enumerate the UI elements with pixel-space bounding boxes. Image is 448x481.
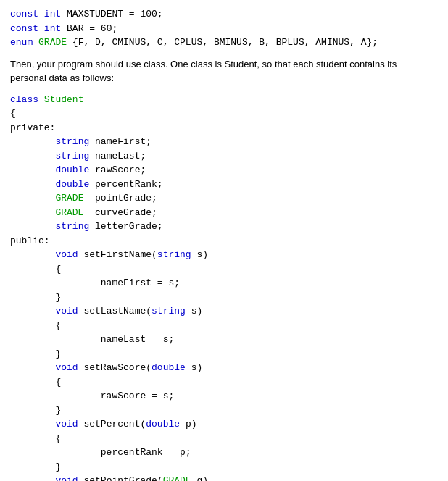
- method-setFirstName-open: {: [10, 262, 438, 277]
- class-open-brace: {: [10, 106, 438, 121]
- method-setLastName-open: {: [10, 319, 438, 333]
- method-setPercent-sig: void setPercent(double p): [10, 417, 438, 432]
- prose-paragraph: Then, your program should use class. One…: [10, 57, 438, 85]
- method-setPercent-body: percentRank = p;: [10, 446, 438, 460]
- prose-line-1: Then, your program should use class. One…: [10, 59, 397, 70]
- code-line-1: const int MAXSTUDENT = 100;: [10, 7, 438, 22]
- class-declaration: class Student: [10, 93, 438, 107]
- method-setPercent-close: }: [10, 460, 438, 474]
- method-setFirstName-close: }: [10, 290, 438, 305]
- method-setLastName-sig: void setLastName(string s): [10, 304, 438, 319]
- member-curveGrade: GRADE curveGrade;: [10, 206, 438, 220]
- method-setLastName-body: nameLast = s;: [10, 332, 438, 347]
- method-setPercent-open: {: [10, 432, 438, 446]
- method-setFirstName-body: nameFirst = s;: [10, 276, 438, 290]
- method-setRawScore-open: {: [10, 375, 438, 390]
- member-nameLast: string nameLast;: [10, 149, 438, 164]
- member-letterGrade: string letterGrade;: [10, 219, 438, 234]
- member-pointGrade: GRADE pointGrade;: [10, 191, 438, 206]
- member-percentRank: double percentRank;: [10, 177, 438, 192]
- code-line-2: const int BAR = 60;: [10, 22, 438, 36]
- private-label: private:: [10, 121, 438, 135]
- method-setRawScore-body: rawScore = s;: [10, 389, 438, 403]
- prose-line-2: personal data as follows:: [10, 72, 114, 83]
- method-setPointGrade-sig: void setPointGrade(GRADE g): [10, 474, 438, 481]
- member-nameFirst: string nameFirst;: [10, 135, 438, 149]
- method-setRawScore-close: }: [10, 403, 438, 418]
- method-setRawScore-sig: void setRawScore(double s): [10, 361, 438, 375]
- public-label: public:: [10, 234, 438, 248]
- code-line-3: enum GRADE {F, D, CMINUS, C, CPLUS, BMIN…: [10, 35, 438, 50]
- member-rawScore: double rawScore;: [10, 163, 438, 177]
- code-area: const int MAXSTUDENT = 100; const int BA…: [10, 7, 438, 481]
- method-setLastName-close: }: [10, 347, 438, 361]
- method-setFirstName-sig: void setFirstName(string s): [10, 248, 438, 262]
